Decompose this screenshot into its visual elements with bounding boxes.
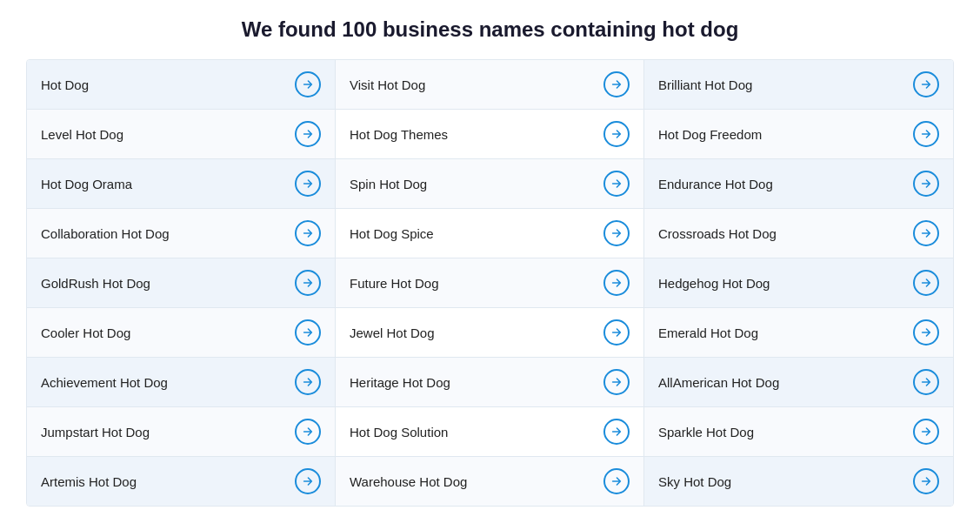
list-item: GoldRush Hot Dog (27, 258, 336, 308)
business-name: Sparkle Hot Dog (658, 425, 754, 440)
list-item: Hot Dog Orama (27, 159, 336, 209)
business-name: Heritage Hot Dog (350, 375, 450, 390)
list-item: Hot Dog Freedom (644, 110, 953, 159)
list-item: AllAmerican Hot Dog (644, 358, 953, 407)
business-name: Cooler Hot Dog (41, 325, 130, 340)
arrow-button[interactable] (913, 270, 939, 296)
business-name: Hot Dog Spice (350, 226, 434, 241)
business-name: Level Hot Dog (41, 127, 123, 142)
arrow-button[interactable] (913, 220, 939, 246)
list-item: Achievement Hot Dog (27, 358, 336, 407)
arrow-button[interactable] (603, 419, 630, 445)
business-name: Future Hot Dog (350, 276, 439, 291)
arrow-button[interactable] (913, 319, 939, 346)
list-item: Crossroads Hot Dog (644, 209, 953, 258)
arrow-button[interactable] (913, 71, 939, 97)
arrow-button[interactable] (295, 270, 321, 296)
list-item: Jumpstart Hot Dog (27, 407, 336, 457)
business-name: Hot Dog Solution (350, 425, 448, 440)
arrow-button[interactable] (603, 121, 630, 147)
business-name: Spin Hot Dog (350, 177, 427, 191)
business-name: Hedgehog Hot Dog (658, 276, 770, 291)
list-item: Hot Dog (27, 60, 336, 110)
list-item: Sky Hot Dog (644, 457, 953, 506)
business-name: Hot Dog (41, 77, 89, 92)
list-item: Brilliant Hot Dog (644, 60, 953, 110)
list-item: Spin Hot Dog (336, 159, 644, 209)
list-item: Cooler Hot Dog (27, 308, 336, 358)
arrow-button[interactable] (295, 71, 321, 97)
arrow-button[interactable] (603, 71, 630, 97)
business-name: Warehouse Hot Dog (350, 474, 467, 489)
arrow-button[interactable] (603, 171, 630, 197)
arrow-button[interactable] (603, 319, 630, 346)
business-name: Endurance Hot Dog (658, 177, 773, 191)
arrow-button[interactable] (295, 121, 321, 147)
business-name: Hot Dog Themes (350, 127, 448, 142)
business-name: Emerald Hot Dog (658, 325, 758, 340)
business-name: Jewel Hot Dog (350, 325, 435, 340)
arrow-button[interactable] (603, 270, 630, 296)
business-name: GoldRush Hot Dog (41, 276, 150, 291)
business-name: Visit Hot Dog (350, 77, 425, 92)
list-item: Artemis Hot Dog (27, 457, 336, 506)
list-item: Heritage Hot Dog (336, 358, 644, 407)
arrow-button[interactable] (913, 468, 939, 494)
arrow-button[interactable] (913, 419, 939, 445)
business-name: Artemis Hot Dog (41, 474, 137, 489)
arrow-button[interactable] (295, 468, 321, 494)
list-item: Hedgehog Hot Dog (644, 258, 953, 308)
business-name: Brilliant Hot Dog (658, 77, 752, 92)
arrow-button[interactable] (603, 468, 630, 494)
business-name: Collaboration Hot Dog (41, 226, 170, 241)
arrow-button[interactable] (295, 369, 321, 395)
arrow-button[interactable] (913, 121, 939, 147)
list-item: Warehouse Hot Dog (336, 457, 644, 506)
list-item: Hot Dog Themes (336, 110, 644, 159)
page-title: We found 100 business names containing h… (26, 17, 954, 42)
business-name: Hot Dog Freedom (658, 127, 762, 142)
arrow-button[interactable] (295, 319, 321, 346)
results-grid: Hot Dog Visit Hot Dog Brilliant Hot Dog … (26, 59, 954, 507)
arrow-button[interactable] (295, 171, 321, 197)
arrow-button[interactable] (603, 220, 630, 246)
list-item: Endurance Hot Dog (644, 159, 953, 209)
list-item: Hot Dog Spice (336, 209, 644, 258)
business-name: Achievement Hot Dog (41, 375, 168, 390)
list-item: Level Hot Dog (27, 110, 336, 159)
list-item: Jewel Hot Dog (336, 308, 644, 358)
business-name: Sky Hot Dog (658, 474, 731, 489)
list-item: Emerald Hot Dog (644, 308, 953, 358)
arrow-button[interactable] (295, 220, 321, 246)
business-name: Crossroads Hot Dog (658, 226, 777, 241)
arrow-button[interactable] (295, 419, 321, 445)
list-item: Visit Hot Dog (336, 60, 644, 110)
list-item: Collaboration Hot Dog (27, 209, 336, 258)
list-item: Hot Dog Solution (336, 407, 644, 457)
arrow-button[interactable] (603, 369, 630, 395)
arrow-button[interactable] (913, 369, 939, 395)
business-name: Jumpstart Hot Dog (41, 425, 150, 440)
business-name: Hot Dog Orama (41, 177, 132, 191)
business-name: AllAmerican Hot Dog (658, 375, 779, 390)
list-item: Sparkle Hot Dog (644, 407, 953, 457)
list-item: Future Hot Dog (336, 258, 644, 308)
arrow-button[interactable] (913, 171, 939, 197)
